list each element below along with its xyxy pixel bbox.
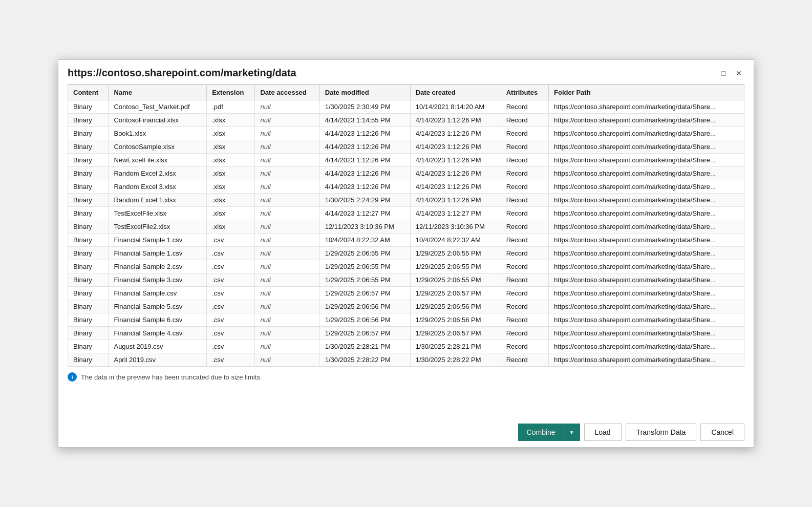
table-cell-5: 4/14/2023 1:12:27 PM: [410, 207, 501, 220]
table-cell-6: Record: [501, 194, 548, 207]
table-cell-4: 1/30/2025 2:28:21 PM: [319, 340, 410, 353]
maximize-button[interactable]: □: [718, 68, 729, 79]
table-cell-7: https://contoso.sharepoint.com/marketing…: [549, 140, 744, 154]
table-cell-7: https://contoso.sharepoint.com/marketing…: [549, 353, 744, 367]
table-cell-0: Binary: [68, 327, 109, 340]
table-cell-5: 1/29/2025 2:06:57 PM: [410, 327, 501, 340]
table-cell-2: .pdf: [207, 100, 255, 114]
table-cell-2: .xlsx: [207, 207, 255, 220]
table-cell-1: TestExcelFile.xlsx: [109, 207, 207, 220]
table-cell-3: null: [255, 260, 319, 273]
table-cell-4: 4/14/2023 1:12:26 PM: [319, 154, 410, 167]
table-header-extension: Extension: [207, 85, 255, 100]
table-cell-1: Book1.xlsx: [109, 127, 207, 140]
table-header-row: ContentNameExtensionDate accessedDate mo…: [68, 85, 744, 100]
table-cell-5: 10/4/2024 8:22:32 AM: [410, 234, 501, 247]
table-header-date-accessed: Date accessed: [255, 85, 319, 100]
table-cell-1: Random Excel 2.xlsx: [109, 167, 207, 180]
table-cell-3: null: [255, 180, 319, 194]
table-cell-5: 1/29/2025 2:06:56 PM: [410, 300, 501, 313]
table-cell-2: .csv: [207, 287, 255, 300]
table-cell-2: .xlsx: [207, 180, 255, 194]
table-cell-1: Financial Sample 1.csv: [109, 234, 207, 247]
table-cell-7: https://contoso.sharepoint.com/marketing…: [549, 167, 744, 180]
table-cell-5: 4/14/2023 1:12:26 PM: [410, 167, 501, 180]
table-cell-4: 1/29/2025 2:06:57 PM: [319, 327, 410, 340]
table-row: BinaryFinancial Sample 6.csv.csvnull1/29…: [68, 313, 744, 327]
table-cell-1: April 2019.csv: [109, 353, 207, 367]
table-cell-1: Random Excel 1.xlsx: [109, 194, 207, 207]
table-cell-6: Record: [501, 260, 548, 273]
table-cell-6: Record: [501, 327, 548, 340]
table-row: BinaryFinancial Sample 5.csv.csvnull1/29…: [68, 300, 744, 313]
table-cell-0: Binary: [68, 234, 109, 247]
table-cell-0: Binary: [68, 194, 109, 207]
table-cell-5: 1/29/2025 2:06:57 PM: [410, 287, 501, 300]
table-cell-5: 1/29/2025 2:06:55 PM: [410, 260, 501, 273]
load-button[interactable]: Load: [584, 424, 622, 441]
close-button[interactable]: ✕: [733, 68, 744, 79]
table-cell-0: Binary: [68, 207, 109, 220]
table-cell-3: null: [255, 247, 319, 260]
table-cell-4: 4/14/2023 1:12:26 PM: [319, 140, 410, 154]
table-row: BinaryContosoSample.xlsx.xlsxnull4/14/20…: [68, 140, 744, 154]
table-cell-0: Binary: [68, 127, 109, 140]
combine-dropdown-arrow[interactable]: ▼: [564, 426, 580, 439]
table-cell-6: Record: [501, 127, 548, 140]
table-cell-1: Financial Sample 2.csv: [109, 260, 207, 273]
table-cell-6: Record: [501, 353, 548, 367]
table-cell-3: null: [255, 220, 319, 234]
table-cell-2: .xlsx: [207, 154, 255, 167]
table-cell-5: 1/29/2025 2:06:55 PM: [410, 247, 501, 260]
table-row: BinaryFinancial Sample 1.csv.csvnull10/4…: [68, 234, 744, 247]
table-cell-7: https://contoso.sharepoint.com/marketing…: [549, 114, 744, 127]
table-cell-0: Binary: [68, 353, 109, 367]
table-cell-3: null: [255, 167, 319, 180]
table-cell-2: .xlsx: [207, 127, 255, 140]
table-cell-0: Binary: [68, 313, 109, 327]
table-cell-0: Binary: [68, 340, 109, 353]
window-controls: □ ✕: [718, 68, 744, 79]
data-table: ContentNameExtensionDate accessedDate mo…: [68, 84, 744, 367]
transform-data-button[interactable]: Transform Data: [626, 424, 697, 441]
table-cell-1: Financial Sample 4.csv: [109, 327, 207, 340]
table-header-name: Name: [109, 85, 207, 100]
table-cell-6: Record: [501, 100, 548, 114]
table-cell-1: Financial Sample 6.csv: [109, 313, 207, 327]
table-row: BinaryFinancial Sample.csv.csvnull1/29/2…: [68, 287, 744, 300]
table-cell-3: null: [255, 154, 319, 167]
table-cell-6: Record: [501, 300, 548, 313]
table-cell-5: 1/29/2025 2:06:55 PM: [410, 273, 501, 287]
cancel-button[interactable]: Cancel: [700, 424, 744, 441]
table-cell-7: https://contoso.sharepoint.com/marketing…: [549, 100, 744, 114]
table-cell-0: Binary: [68, 140, 109, 154]
table-cell-6: Record: [501, 154, 548, 167]
table-cell-4: 1/30/2025 2:30:49 PM: [319, 100, 410, 114]
table-row: BinaryNewExcelFile.xlsx.xlsxnull4/14/202…: [68, 154, 744, 167]
table-cell-3: null: [255, 234, 319, 247]
table-cell-3: null: [255, 327, 319, 340]
table-cell-0: Binary: [68, 300, 109, 313]
combine-button[interactable]: Combine ▼: [518, 424, 580, 441]
table-cell-0: Binary: [68, 154, 109, 167]
table-row: BinaryFinancial Sample 3.csv.csvnull1/29…: [68, 273, 744, 287]
title-bar: https://contoso.sharepoint.com/marketing…: [58, 60, 754, 84]
table-cell-7: https://contoso.sharepoint.com/marketing…: [549, 273, 744, 287]
info-message: The data in the preview has been truncat…: [81, 373, 262, 381]
table-cell-1: Financial Sample 1.csv: [109, 247, 207, 260]
table-cell-2: .xlsx: [207, 140, 255, 154]
table-cell-1: Random Excel 3.xlsx: [109, 180, 207, 194]
table-cell-3: null: [255, 127, 319, 140]
table-cell-3: null: [255, 340, 319, 353]
table-cell-2: .csv: [207, 313, 255, 327]
table-cell-0: Binary: [68, 180, 109, 194]
table-cell-0: Binary: [68, 100, 109, 114]
table-cell-6: Record: [501, 273, 548, 287]
table-cell-4: 4/14/2023 1:14:55 PM: [319, 114, 410, 127]
table-cell-1: Contoso_Test_Market.pdf: [109, 100, 207, 114]
table-cell-5: 4/14/2023 1:12:26 PM: [410, 140, 501, 154]
table-cell-1: TestExcelFile2.xlsx: [109, 220, 207, 234]
table-cell-2: .csv: [207, 234, 255, 247]
table-cell-2: .xlsx: [207, 194, 255, 207]
table-cell-4: 1/29/2025 2:06:56 PM: [319, 300, 410, 313]
